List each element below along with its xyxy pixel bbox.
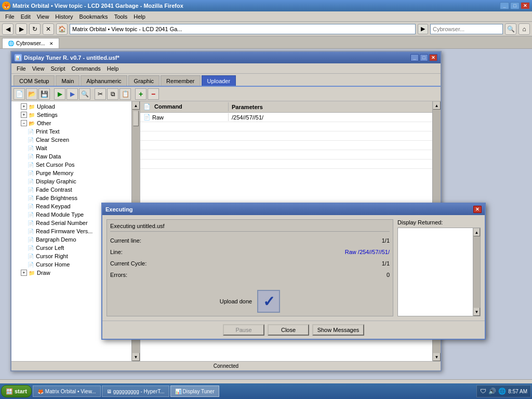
- tree-item-purge-memory[interactable]: 📄 Purge Memory: [11, 169, 131, 177]
- cut-button[interactable]: ✂: [95, 88, 106, 100]
- tree-item-settings[interactable]: + 📁 Settings: [11, 111, 131, 119]
- exec-left-panel: Executing untitled.usf Current line: 1/1…: [107, 219, 393, 316]
- tab-uploader[interactable]: Uploader: [202, 75, 236, 86]
- add-button[interactable]: +: [135, 88, 147, 100]
- tree-item-display-graphic[interactable]: 📄 Display Graphic: [11, 177, 131, 185]
- paste-button[interactable]: 📋: [119, 88, 131, 100]
- search-input[interactable]: [430, 24, 503, 34]
- expand-settings[interactable]: +: [21, 112, 27, 118]
- file-icon-cursor-home: 📄: [27, 261, 34, 268]
- menu-file[interactable]: File: [2, 13, 18, 20]
- tab-main[interactable]: Main: [56, 75, 79, 86]
- tree-item-print-text[interactable]: 📄 Print Text: [11, 127, 131, 136]
- tab-graphic[interactable]: Graphic: [128, 75, 160, 86]
- new-button[interactable]: 📄: [14, 88, 25, 100]
- remove-button[interactable]: −: [148, 88, 159, 100]
- reload-button[interactable]: ↻: [29, 23, 41, 35]
- menu-view[interactable]: View: [34, 13, 52, 20]
- file-icon-display-graphic: 📄: [27, 178, 34, 185]
- dt-minimize-btn[interactable]: _: [410, 54, 419, 61]
- dt-menu-file[interactable]: File: [14, 65, 29, 72]
- cmd-scroll-down[interactable]: ▼: [433, 353, 441, 361]
- tree-item-set-cursor-pos[interactable]: 📄 Set Cursor Pos: [11, 161, 131, 169]
- scroll-thumb[interactable]: [133, 111, 139, 126]
- dt-menu-view[interactable]: View: [29, 65, 48, 72]
- home-button[interactable]: 🏠: [56, 23, 68, 35]
- tree-item-other[interactable]: − 📂 Other: [11, 119, 131, 127]
- menu-help[interactable]: Help: [130, 13, 149, 20]
- tree-item-fade-brightness[interactable]: 📄 Fade Brightness: [11, 194, 131, 202]
- dt-menu-commands[interactable]: Commands: [69, 65, 104, 72]
- go-button[interactable]: ▶: [418, 24, 428, 34]
- dt-close-btn[interactable]: ✕: [429, 54, 437, 61]
- tab-remember[interactable]: Remember: [161, 75, 200, 86]
- expand-other[interactable]: −: [21, 120, 27, 126]
- exec-close-btn[interactable]: ✕: [473, 206, 482, 213]
- file-icon-cursor-left: 📄: [27, 244, 34, 251]
- taskbar-btn-hypert[interactable]: 🖥 ggggggggg - HyperT...: [102, 385, 169, 397]
- forward-button[interactable]: ▶: [16, 23, 27, 35]
- exec-scroll-track[interactable]: [473, 236, 480, 308]
- exec-line-label: Line:: [110, 249, 172, 255]
- exec-upload-done: Upload done ✓: [110, 286, 390, 313]
- command-row-raw[interactable]: 📄 Raw /254//57//51/: [140, 113, 432, 122]
- dt-menu-help[interactable]: Help: [104, 65, 122, 72]
- dt-maximize-btn[interactable]: □: [420, 54, 428, 61]
- stop-button[interactable]: ✕: [43, 23, 54, 35]
- file-icon-print-text: 📄: [27, 128, 34, 135]
- file-icon-read-keypad: 📄: [27, 203, 34, 210]
- taskbar: 🪟 start 🦊 Matrix Orbital • View... 🖥 ggg…: [0, 383, 532, 399]
- dt-title: Display Tuner R. v0.7 - untitled.usf*: [24, 55, 119, 61]
- tree-item-wait[interactable]: 📄 Wait: [11, 144, 131, 152]
- run-step-button[interactable]: ▶: [66, 88, 78, 100]
- tree-item-fade-contrast[interactable]: 📄 Fade Contrast: [11, 185, 131, 194]
- tree-item-clear-screen[interactable]: 📄 Clear Screen: [11, 136, 131, 144]
- cmd-scroll-up[interactable]: ▲: [433, 101, 441, 110]
- scroll-up-arrow[interactable]: ▲: [132, 101, 140, 110]
- pause-button[interactable]: Pause: [223, 324, 264, 336]
- firefox-close-btn[interactable]: ✕: [521, 2, 530, 9]
- cmd-empty-4: [140, 150, 432, 159]
- search-button[interactable]: 🔍: [505, 23, 516, 35]
- taskbar-btn-firefox[interactable]: 🦊 Matrix Orbital • View...: [33, 385, 101, 397]
- tree-label-set-cursor-pos: Set Cursor Pos: [36, 162, 75, 168]
- copy-button[interactable]: ⧉: [107, 88, 118, 100]
- find-button[interactable]: 🔍: [79, 88, 90, 100]
- back-button[interactable]: ◀: [2, 23, 14, 35]
- tab-close[interactable]: ✕: [49, 41, 54, 46]
- tree-item-raw-data[interactable]: 📄 Raw Data: [11, 152, 131, 161]
- tree-item-upload[interactable]: + 📁 Upload: [11, 102, 131, 111]
- exec-current-line-value: 1/1: [172, 237, 390, 244]
- exec-scroll-down[interactable]: ▼: [473, 308, 480, 316]
- menu-history[interactable]: History: [52, 13, 76, 20]
- menu-bookmarks[interactable]: Bookmarks: [76, 13, 111, 20]
- close-button[interactable]: Close: [268, 324, 309, 336]
- open-button[interactable]: 📂: [26, 88, 37, 100]
- url-bar[interactable]: [70, 24, 416, 34]
- exec-scroll-up[interactable]: ▲: [473, 228, 480, 236]
- show-messages-button[interactable]: Show Messages: [312, 324, 364, 336]
- exec-right-scrollbar[interactable]: ▲ ▼: [473, 228, 480, 316]
- firefox-minimize-btn[interactable]: _: [500, 2, 509, 9]
- tab-com-setup[interactable]: COM Setup: [14, 75, 55, 86]
- save-button[interactable]: 💾: [38, 88, 50, 100]
- folder-icon-draw: 📁: [28, 269, 35, 276]
- run-button[interactable]: ▶: [54, 88, 65, 100]
- tab-alphanumeric[interactable]: Alphanumeric: [81, 75, 127, 86]
- start-button[interactable]: 🪟 start: [1, 385, 32, 397]
- tree-label-read-serial-number: Read Serial Number: [36, 220, 88, 226]
- exec-errors-value: 0: [172, 272, 390, 278]
- firefox-maximize-btn[interactable]: □: [510, 2, 520, 9]
- taskbar-firefox-icon: 🦊: [37, 389, 44, 394]
- cmd-empty-1: [140, 122, 432, 131]
- home-nav-button[interactable]: ⌂: [518, 23, 530, 35]
- taskbar-btn-dt[interactable]: 📊 Display Tuner: [170, 385, 219, 397]
- scroll-down-arrow[interactable]: ▼: [132, 353, 140, 361]
- expand-upload[interactable]: +: [21, 103, 27, 110]
- dt-menu-script[interactable]: Script: [47, 65, 68, 72]
- menu-edit[interactable]: Edit: [18, 13, 34, 20]
- menu-tools[interactable]: Tools: [111, 13, 131, 20]
- tab-cybrowser[interactable]: 🌐 Cybrowser... ✕: [2, 38, 59, 48]
- exec-row-line: Line: Raw /254//57//51/: [110, 247, 390, 257]
- expand-draw[interactable]: +: [21, 270, 27, 276]
